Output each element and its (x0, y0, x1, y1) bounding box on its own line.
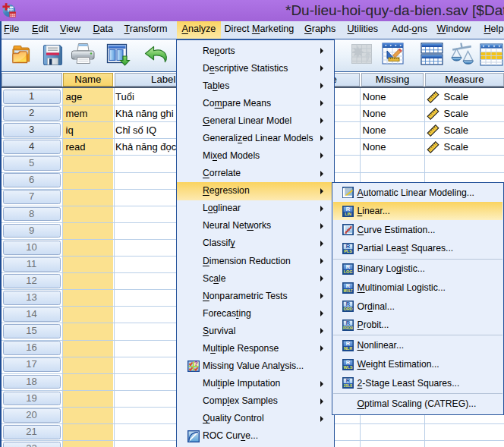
svg-text:2SLS: 2SLS (343, 384, 351, 388)
svg-text:R: R (345, 282, 350, 289)
svg-text:ORD: ORD (343, 307, 352, 311)
svg-text:PROB: PROB (342, 326, 353, 330)
svg-text:PLS: PLS (344, 249, 352, 253)
svg-text:WLS: WLS (343, 365, 352, 370)
svg-text:R: R (345, 377, 350, 384)
svg-text:MULT: MULT (343, 289, 352, 293)
svg-text:LIN: LIN (345, 212, 351, 216)
svg-text:R: R (345, 320, 350, 326)
svg-text:?: ? (194, 360, 198, 367)
svg-text:NLR: NLR (343, 346, 351, 351)
svg-text:LOG: LOG (343, 269, 352, 274)
